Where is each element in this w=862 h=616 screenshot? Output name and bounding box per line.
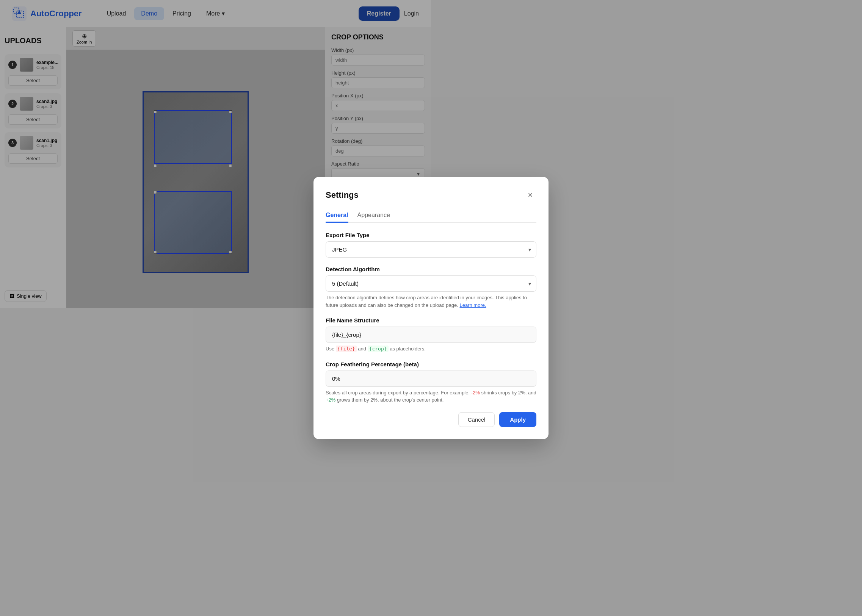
tab-appearance[interactable]: Appearance <box>358 209 390 223</box>
settings-modal: Settings × General Appearance Export Fil… <box>314 177 431 308</box>
detection-hint: The detection algorithm defines how crop… <box>326 294 431 308</box>
export-type-label: Export File Type <box>326 232 431 238</box>
detection-algorithm-label: Detection Algorithm <box>326 266 431 272</box>
modal-header: Settings × <box>326 189 431 201</box>
modal-overlay[interactable]: Settings × General Appearance Export Fil… <box>0 0 431 308</box>
modal-tabs: General Appearance <box>326 209 431 223</box>
detection-algorithm-select[interactable]: 1234 5 (Default)6 <box>326 275 431 292</box>
export-type-select[interactable]: JPEG PNG WEBP <box>326 241 431 258</box>
modal-title: Settings <box>326 190 359 200</box>
tab-general[interactable]: General <box>326 209 348 223</box>
export-type-section: Export File Type JPEG PNG WEBP ▾ <box>326 232 431 258</box>
detection-algorithm-section: Detection Algorithm 1234 5 (Default)6 ▾ … <box>326 266 431 308</box>
